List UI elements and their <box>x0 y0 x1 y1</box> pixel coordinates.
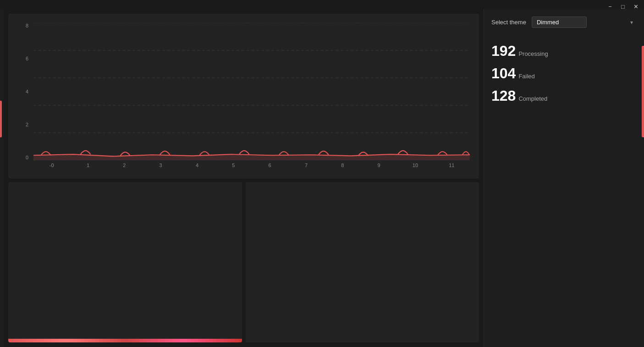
left-accent-bar <box>0 101 2 137</box>
x-label-0: -0 <box>33 163 70 168</box>
close-button[interactable]: ✕ <box>631 2 640 11</box>
x-label-10: 10 <box>397 163 433 168</box>
stat-label-failed: Failed <box>518 73 534 80</box>
y-axis: 8 6 4 2 0 <box>17 23 31 160</box>
x-label-5: 5 <box>215 163 252 168</box>
panel-right <box>246 182 479 342</box>
chart-inner: 8 6 4 2 0 <box>17 23 470 174</box>
stat-row-completed: 128 Completed <box>491 87 637 104</box>
stat-row-failed: 104 Failed <box>491 65 637 82</box>
y-label-6: 6 <box>26 56 28 61</box>
x-label-1: 1 <box>70 163 106 168</box>
chart-svg <box>33 23 470 160</box>
stat-number-failed: 104 <box>491 65 516 82</box>
stat-label-completed: Completed <box>518 95 547 102</box>
theme-select[interactable]: Dimmed Dark Light High Contrast <box>532 16 587 28</box>
x-label-6: 6 <box>252 163 288 168</box>
y-label-0: 0 <box>26 155 28 160</box>
theme-select-wrapper: Dimmed Dark Light High Contrast <box>532 16 637 28</box>
stat-number-completed: 128 <box>491 87 516 104</box>
chart-plot <box>33 23 470 160</box>
stat-row-processing: 192 Processing <box>491 43 637 60</box>
x-label-3: 3 <box>143 163 179 168</box>
y-label-4: 4 <box>26 89 28 94</box>
theme-row: Select theme Dimmed Dark Light High Cont… <box>491 16 637 28</box>
panel-left-color-bar <box>8 339 242 342</box>
y-label-2: 2 <box>26 122 28 127</box>
y-label-8: 8 <box>26 23 28 28</box>
content-area: 8 6 4 2 0 <box>4 9 484 347</box>
theme-label: Select theme <box>491 19 526 26</box>
panel-left <box>8 182 242 342</box>
x-label-8: 8 <box>325 163 361 168</box>
stat-number-processing: 192 <box>491 43 516 60</box>
bottom-panels <box>8 182 479 342</box>
right-accent-bar <box>642 46 644 137</box>
x-label-9: 9 <box>361 163 397 168</box>
x-label-2: 2 <box>106 163 143 168</box>
x-label-7: 7 <box>288 163 324 168</box>
right-sidebar: Select theme Dimmed Dark Light High Cont… <box>484 9 644 347</box>
chart-container: 8 6 4 2 0 <box>8 14 479 179</box>
minimize-button[interactable]: − <box>605 2 615 11</box>
x-label-4: 4 <box>179 163 215 168</box>
x-axis: -0 1 2 3 4 5 6 7 8 9 10 11 <box>33 163 470 174</box>
stat-label-processing: Processing <box>518 50 548 57</box>
maximize-button[interactable]: □ <box>618 2 627 11</box>
left-sidebar <box>0 9 4 347</box>
x-label-11: 11 <box>434 163 470 168</box>
main-layout: 8 6 4 2 0 <box>0 0 644 347</box>
title-bar: − □ ✕ <box>602 0 644 13</box>
